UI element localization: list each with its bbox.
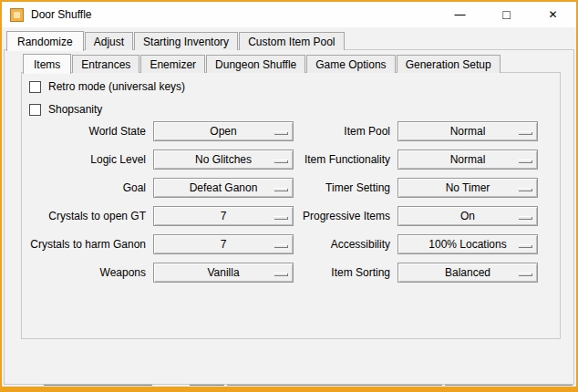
retro-mode-checkbox[interactable]: Retro mode (universal keys) [29, 79, 185, 94]
dropdown-value: On [398, 207, 537, 225]
tab-starting-inventory[interactable]: Starting Inventory [134, 32, 238, 50]
accessibility-label: Accessibility [277, 234, 390, 254]
logic-level-dropdown[interactable]: No Glitches [153, 150, 294, 170]
tab-enemizer[interactable]: Enemizer [140, 55, 205, 73]
tab-game-options[interactable]: Game Options [306, 55, 395, 73]
progressive-items-label: Progressive Items [277, 206, 390, 226]
inner-tab-pane: Retro mode (universal keys) Shopsanity W… [21, 72, 561, 339]
timer-setting-dropdown[interactable]: No Timer [397, 178, 538, 198]
window-frame: Door Shuffle — □ ✕ Randomize Adjust Star… [0, 0, 578, 392]
item-pool-label: Item Pool [277, 121, 390, 141]
world-state-label: World State [22, 121, 146, 141]
window: Door Shuffle — □ ✕ Randomize Adjust Star… [2, 2, 576, 387]
menubutton-indicator-icon [518, 216, 532, 219]
timer-setting-label: Timer Setting [277, 178, 390, 198]
accessibility-dropdown[interactable]: 100% Locations [397, 234, 538, 254]
window-controls: — □ ✕ [437, 2, 576, 27]
retro-mode-label: Retro mode (universal keys) [48, 80, 185, 93]
item-pool-dropdown[interactable]: Normal [397, 121, 538, 141]
logic-level-label: Logic Level [22, 150, 146, 170]
tab-generation-setup[interactable]: Generation Setup [397, 55, 501, 73]
crystals-open-gt-label: Crystals to open GT [22, 206, 146, 226]
menubutton-indicator-icon [518, 244, 532, 247]
item-functionality-label: Item Functionality [277, 150, 390, 170]
minimize-icon: — [455, 8, 466, 21]
goal-label: Goal [22, 178, 146, 198]
app-icon [10, 8, 24, 22]
dropdown-value: 7 [154, 207, 293, 225]
dropdown-value: Normal [398, 122, 537, 140]
dropdown-value: 100% Locations [398, 235, 537, 253]
item-sorting-dropdown[interactable]: Balanced [397, 263, 538, 283]
window-title: Door Shuffle [31, 8, 92, 21]
menubutton-indicator-icon [518, 160, 532, 162]
crystals-open-gt-dropdown[interactable]: 7 [153, 206, 294, 226]
menubutton-indicator-icon [518, 131, 532, 134]
tab-randomize[interactable]: Randomize [6, 31, 84, 51]
dropdown-value: Defeat Ganon [154, 179, 293, 197]
outer-tabstrip: Randomize Adjust Starting Inventory Cust… [6, 30, 346, 50]
dropdown-value: Vanilla [154, 263, 293, 282]
dropdown-value: Normal [398, 150, 537, 169]
shopsanity-label: Shopsanity [48, 103, 102, 116]
shopsanity-checkbox[interactable]: Shopsanity [29, 102, 102, 117]
titlebar[interactable]: Door Shuffle — □ ✕ [2, 2, 576, 27]
close-icon: ✕ [548, 8, 557, 21]
tab-items[interactable]: Items [23, 54, 71, 74]
dropdown-value: No Timer [398, 179, 537, 197]
weapons-label: Weapons [22, 263, 146, 283]
dropdown-value: 7 [154, 235, 293, 253]
crystals-harm-ganon-dropdown[interactable]: 7 [153, 234, 294, 254]
menubutton-indicator-icon [518, 273, 532, 275]
tab-adjust[interactable]: Adjust [85, 32, 133, 50]
client-area: Randomize Adjust Starting Inventory Cust… [2, 27, 576, 387]
checkbox-box [29, 104, 41, 116]
minimize-button[interactable]: — [437, 2, 483, 27]
dropdown-value: Open [154, 122, 293, 140]
maximize-icon: □ [502, 7, 510, 22]
crystals-harm-ganon-label: Crystals to harm Ganon [22, 234, 146, 254]
item-sorting-label: Item Sorting [277, 263, 390, 283]
dropdown-value: Balanced [398, 263, 537, 282]
tab-entrances[interactable]: Entrances [72, 55, 139, 73]
progressive-items-dropdown[interactable]: On [397, 206, 538, 226]
dropdown-value: No Glitches [154, 150, 293, 169]
menubutton-indicator-icon [518, 188, 532, 191]
weapons-dropdown[interactable]: Vanilla [153, 263, 294, 283]
maximize-button[interactable]: □ [483, 2, 530, 27]
world-state-dropdown[interactable]: Open [153, 121, 294, 141]
tab-custom-item-pool[interactable]: Custom Item Pool [239, 32, 344, 50]
tab-dungeon-shuffle[interactable]: Dungeon Shuffle [206, 55, 305, 73]
inner-tabstrip: Items Entrances Enemizer Dungeon Shuffle… [23, 53, 501, 73]
close-button[interactable]: ✕ [530, 2, 576, 27]
checkbox-box [29, 81, 41, 93]
goal-dropdown[interactable]: Defeat Ganon [153, 178, 294, 198]
item-functionality-dropdown[interactable]: Normal [397, 150, 538, 170]
